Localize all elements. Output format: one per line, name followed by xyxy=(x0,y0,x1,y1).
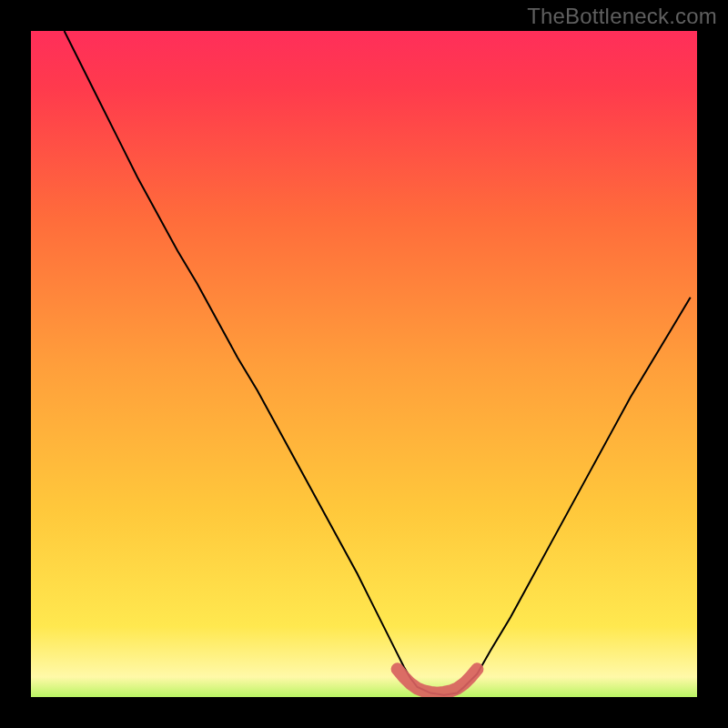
chart-gradient-background xyxy=(31,31,697,697)
chart-frame: TheBottleneck.com xyxy=(0,0,728,728)
bottleneck-chart xyxy=(0,0,728,728)
watermark-text: TheBottleneck.com xyxy=(527,4,717,29)
